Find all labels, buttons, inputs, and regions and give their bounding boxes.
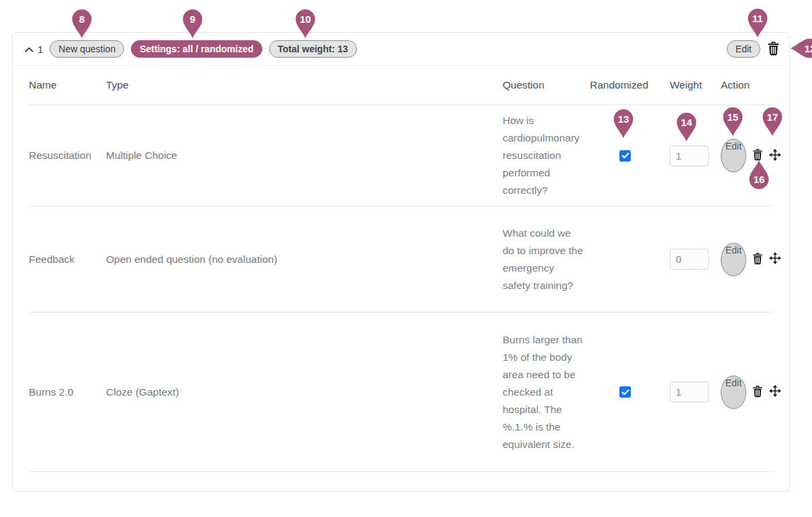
annotation-pin-16: 16 <box>748 160 770 190</box>
edit-group-button[interactable]: Edit <box>727 40 760 58</box>
move-arrows-icon <box>769 252 781 266</box>
trash-icon <box>752 385 763 400</box>
annotation-pin-11: 11 <box>746 7 769 38</box>
trash-icon <box>767 41 780 58</box>
question-text: What could we do to improve the emergenc… <box>503 223 590 296</box>
column-header-action: Action <box>721 79 773 91</box>
question-text: How is cardiopulmonary resuscitation per… <box>503 110 590 201</box>
question-type: Multiple Choice <box>106 150 503 162</box>
delete-question-button[interactable] <box>752 252 763 267</box>
table-header-row: Name Type Question Randomized Weight Act… <box>29 66 773 105</box>
weight-input[interactable] <box>670 249 709 270</box>
settings-badge: Settings: all / randomized <box>131 40 262 58</box>
move-question-handle[interactable] <box>769 385 781 399</box>
annotation-pin-10: 10 <box>294 8 317 39</box>
delete-question-button[interactable] <box>752 385 763 400</box>
weight-input[interactable] <box>670 146 709 166</box>
edit-question-button[interactable]: Edit <box>721 139 746 172</box>
question-row: Burns 2.0 Cloze (Gaptext) Burns larger t… <box>29 312 773 471</box>
new-question-button[interactable]: New question <box>50 40 124 58</box>
question-type: Open ended question (no evaluation) <box>106 253 503 266</box>
move-arrows-icon <box>769 149 781 163</box>
question-row: Resuscitation Multiple Choice How is car… <box>29 105 773 206</box>
randomized-checkbox[interactable] <box>619 150 631 162</box>
annotation-pin-8: 8 <box>70 8 93 39</box>
questions-table: Name Type Question Randomized Weight Act… <box>13 66 789 492</box>
question-text: Burns larger than 1% of the body area ne… <box>503 329 590 455</box>
question-name: Feedback <box>29 253 106 266</box>
total-weight-badge: Total weight: 13 <box>269 40 357 58</box>
question-row: Feedback Open ended question (no evaluat… <box>29 206 773 312</box>
column-header-question: Question <box>503 79 590 91</box>
group-toolbar: 1 New question Settings: all / randomize… <box>13 33 789 66</box>
column-header-name: Name <box>29 79 106 91</box>
clipped-next-row <box>29 471 773 492</box>
question-group-panel: 1 New question Settings: all / randomize… <box>12 32 790 492</box>
randomized-checkbox[interactable] <box>619 386 631 398</box>
trash-icon <box>752 252 763 267</box>
annotation-pin-9: 9 <box>181 8 204 39</box>
group-index: 1 <box>38 44 43 55</box>
annotation-pin-13: 13 <box>612 108 635 139</box>
move-question-handle[interactable] <box>769 252 781 266</box>
question-type: Cloze (Gaptext) <box>106 386 503 398</box>
weight-input[interactable] <box>670 382 709 402</box>
clipped-row-text <box>503 472 773 492</box>
annotation-pin-17: 17 <box>761 106 784 137</box>
move-question-handle[interactable] <box>769 149 781 163</box>
annotation-pin-14: 14 <box>675 111 698 142</box>
column-header-randomized: Randomized <box>590 79 670 91</box>
move-arrows-icon <box>769 385 781 399</box>
column-header-weight: Weight <box>670 79 721 91</box>
annotation-pin-12: 12 <box>790 37 812 60</box>
collapse-group-button[interactable]: 1 <box>25 44 43 55</box>
chevron-up-icon <box>25 44 34 54</box>
delete-group-button[interactable] <box>767 41 780 58</box>
edit-question-button[interactable]: Edit <box>721 376 746 409</box>
question-name: Resuscitation <box>29 150 106 162</box>
question-name: Burns 2.0 <box>29 386 106 398</box>
edit-question-button[interactable]: Edit <box>721 243 746 276</box>
annotation-pin-15: 15 <box>721 106 744 137</box>
column-header-type: Type <box>106 79 503 91</box>
